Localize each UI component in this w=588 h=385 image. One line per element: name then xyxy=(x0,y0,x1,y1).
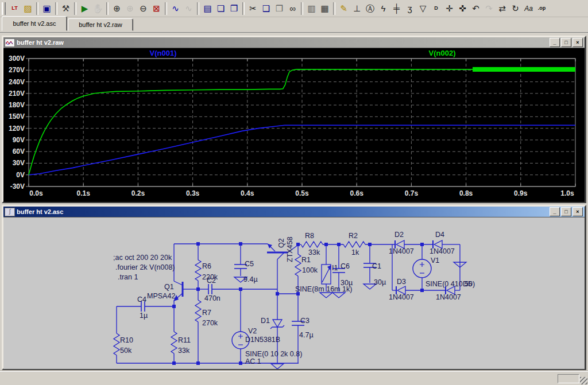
save-button[interactable]: ▣ xyxy=(40,2,53,15)
value-q1[interactable]: MPSA42 xyxy=(147,292,175,300)
print-setup-button[interactable]: ▥ xyxy=(305,2,318,15)
waveform-plot[interactable]: V(n001)V(n002)300V270V240V210V180V150V12… xyxy=(3,48,585,202)
directive-fourier[interactable]: .fourier 2k V(n008) xyxy=(115,263,175,271)
minimize-button[interactable]: _ xyxy=(550,38,560,47)
ref-r2[interactable]: R2 xyxy=(349,232,358,240)
redo-button[interactable]: ↷ xyxy=(482,2,496,15)
place-capacitor-button[interactable]: ╪ xyxy=(390,2,403,15)
rotate-button[interactable]: ↻ xyxy=(509,2,522,15)
trace-v-n002-[interactable] xyxy=(29,69,473,175)
value-c2[interactable]: 470n xyxy=(204,294,220,302)
waveform-window-titlebar[interactable]: buffer ht v2.raw _□× xyxy=(3,37,585,48)
ref-v2[interactable]: V2 xyxy=(248,327,257,335)
value-d3[interactable]: 1N4007 xyxy=(389,293,414,301)
tile-windows-button[interactable]: ▤ xyxy=(201,2,214,15)
zoom-in-button[interactable]: ⊕ xyxy=(110,2,123,15)
zoom-back-button[interactable]: ⊕ xyxy=(123,2,137,15)
ref-d2[interactable]: D2 xyxy=(394,231,404,239)
place-component-button[interactable]: D xyxy=(430,2,443,15)
drag-button[interactable]: ✜ xyxy=(456,2,469,15)
cut-button[interactable]: ✂ xyxy=(246,2,260,15)
ref-r7[interactable]: R7 xyxy=(202,309,211,317)
value-i1[interactable]: SINE(8m 16m 1k) xyxy=(295,285,352,293)
minimize-button[interactable]: _ xyxy=(550,207,560,216)
value-v2[interactable]: SINE(0 10 2k 0.8) xyxy=(245,350,302,358)
new-schematic-button[interactable]: LT xyxy=(8,2,21,15)
value-c1[interactable]: 30µ xyxy=(374,278,386,286)
ref-r1[interactable]: R1 xyxy=(301,256,311,264)
ref-v1[interactable]: V1 xyxy=(431,256,439,265)
tab-buffer-ht-v2-asc[interactable]: buffer ht v2.asc xyxy=(2,16,67,31)
cascade-windows-button[interactable]: ❏ xyxy=(214,2,227,15)
place-ground-button[interactable]: ⊥ xyxy=(350,2,363,15)
ref-r10[interactable]: R10 xyxy=(120,336,133,344)
copy-button[interactable]: ❑ xyxy=(260,2,273,15)
run-simulation-button[interactable]: ▶ xyxy=(78,2,91,15)
value-d1[interactable]: D1N5381B xyxy=(245,336,280,344)
value-c5[interactable]: 9.4µ xyxy=(243,275,258,283)
directive-tran[interactable]: .tran 1 xyxy=(118,273,138,281)
ref-d5[interactable]: D5 xyxy=(463,280,472,288)
ref-d3[interactable]: D3 xyxy=(397,278,406,286)
directive-ac[interactable]: ;ac oct 200 20 20k xyxy=(113,254,172,262)
ref-c5[interactable]: C5 xyxy=(245,260,254,268)
draw-wire-button[interactable]: ✎ xyxy=(337,2,350,15)
mirror-button[interactable]: ⇄ xyxy=(496,2,509,15)
toolbar-grip[interactable] xyxy=(2,2,6,15)
ref-r11[interactable]: R11 xyxy=(178,336,191,344)
place-label-button[interactable]: Ⓐ xyxy=(363,2,377,15)
close-button[interactable]: × xyxy=(572,38,583,47)
paste-button[interactable]: ❒ xyxy=(273,2,286,15)
legend-v-n002-[interactable]: V(n002) xyxy=(429,49,456,57)
ref-r6[interactable]: R6 xyxy=(202,262,211,270)
ref-c3[interactable]: C3 xyxy=(300,317,310,325)
ref-q2[interactable]: Q2 xyxy=(277,238,285,248)
ref-d1[interactable]: D1 xyxy=(261,317,270,325)
place-resistor-button[interactable]: ϟ xyxy=(377,2,390,15)
value-r11[interactable]: 33k xyxy=(178,347,190,355)
schematic-drawing[interactable]: ;ac oct 200 20 20k.fourier 2k V(n008).tr… xyxy=(3,217,585,369)
value-r10[interactable]: 50k xyxy=(120,347,132,355)
tab-buffer-ht-v2-raw[interactable]: buffer ht v2.raw xyxy=(68,18,133,31)
value-c3[interactable]: 4.7µ xyxy=(299,331,314,339)
move-button[interactable]: ✛ xyxy=(443,2,456,15)
control-panel-button[interactable]: ⚒ xyxy=(59,2,72,15)
find-button[interactable]: ∞ xyxy=(286,2,299,15)
ref-c4[interactable]: C4 xyxy=(137,295,146,304)
ref-d4[interactable]: D4 xyxy=(435,231,444,239)
value-d5[interactable]: 1N4007 xyxy=(436,293,461,301)
ref-r8[interactable]: R8 xyxy=(305,232,314,240)
ref-c6[interactable]: C6 xyxy=(341,262,350,270)
halt-simulation-button[interactable]: ✋ xyxy=(91,2,105,15)
ref-q1[interactable]: Q1 xyxy=(164,283,174,291)
open-file-button[interactable]: ▨ xyxy=(21,2,34,15)
resize-grip[interactable] xyxy=(580,377,587,384)
value-r2[interactable]: 1k xyxy=(351,248,359,256)
ref-c2[interactable]: C2 xyxy=(207,277,216,285)
value-r1[interactable]: 100k xyxy=(302,266,318,274)
place-diode-button[interactable]: ▽ xyxy=(416,2,430,15)
arrange-windows-button[interactable]: ❐ xyxy=(227,2,241,15)
value-r8[interactable]: 33k xyxy=(308,248,320,256)
value-c4[interactable]: 1µ xyxy=(140,312,148,320)
zoom-out-button[interactable]: ⊖ xyxy=(137,2,150,15)
schematic-window-titlebar[interactable]: ʃ buffer ht v2.asc _□× xyxy=(3,207,585,217)
maximize-button[interactable]: □ xyxy=(561,207,571,216)
plot-settings-button[interactable]: ∿ xyxy=(182,2,195,15)
close-button[interactable]: × xyxy=(572,207,583,216)
ref-i1[interactable]: I1 xyxy=(332,264,338,272)
autorange-waveform-button[interactable]: ∿ xyxy=(169,2,182,15)
zoom-full-extents-button[interactable]: ⊠ xyxy=(150,2,163,15)
value-d2[interactable]: 1N4007 xyxy=(389,247,414,255)
trace-oscillation-band[interactable] xyxy=(473,67,575,72)
print-button[interactable]: ▦ xyxy=(318,2,331,15)
place-text-button[interactable]: Aa xyxy=(522,2,535,15)
legend-v-n001-[interactable]: V(n001) xyxy=(150,49,177,57)
maximize-button[interactable]: □ xyxy=(561,38,571,47)
undo-button[interactable]: ↶ xyxy=(469,2,482,15)
value-d4[interactable]: 1N4007 xyxy=(430,247,455,255)
value-r7[interactable]: 270k xyxy=(202,319,218,327)
value-v2-ac[interactable]: AC 1 xyxy=(245,357,261,365)
spice-directive-button[interactable]: .op xyxy=(535,2,548,15)
schematic-canvas[interactable]: ;ac oct 200 20 20k.fourier 2k V(n008).tr… xyxy=(3,217,585,369)
